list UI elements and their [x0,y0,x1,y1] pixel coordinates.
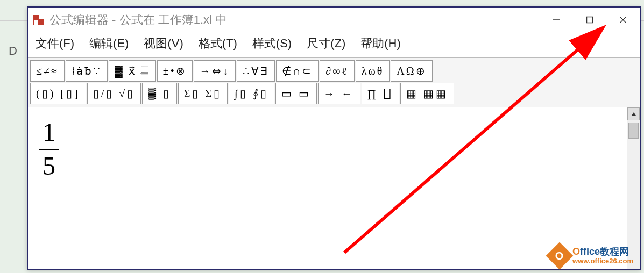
content-area: 1 5 [28,107,640,269]
app-icon [33,15,44,25]
matrix-templates[interactable]: ▦ ▦▦ [400,83,454,104]
titlebar: 公式编辑器 - 公式在 工作簿1.xl 中 [28,8,640,32]
window-title: 公式编辑器 - 公式在 工作簿1.xl 中 [49,12,227,28]
menu-edit[interactable]: 编辑(E) [89,35,129,52]
greek-uppercase[interactable]: ΛΩ⊕ [391,60,432,82]
menu-style[interactable]: 样式(S) [252,35,292,52]
arrow-templates[interactable]: → ← [318,83,360,104]
fraction-bar [39,149,59,150]
svg-marker-4 [632,112,636,116]
column-header-d: D [9,44,17,58]
maximize-icon [586,16,593,24]
watermark-url: www.office26.com [572,257,633,265]
embellishments[interactable]: ▓ x⃗ ▒ [109,60,156,82]
close-icon [619,16,627,24]
fence-templates[interactable]: (▯) [▯] [30,83,86,104]
chevron-up-icon [631,111,636,117]
operator-symbols[interactable]: ±•⊗ [157,60,193,82]
misc-symbols[interactable]: ∂∞ℓ [320,60,355,82]
equation-editor-window: 公式编辑器 - 公式在 工作簿1.xl 中 文件(F) 编辑(E) 视图(V) … [27,6,641,270]
scroll-thumb[interactable] [628,123,639,139]
svg-rect-1 [587,17,593,23]
menu-help[interactable]: 帮助(H) [360,35,401,52]
relational-symbols[interactable]: ≤≠≈ [30,60,65,82]
minimize-button[interactable] [540,8,573,32]
toolbar-row-1: ≤≠≈ ⁞ȧƀ∵ ▓ x⃗ ▒ ±•⊗ →⇔↓ ∴∀∃ ∉∩⊂ ∂∞ℓ λωθ … [30,60,638,82]
minimize-icon [553,16,560,24]
window-controls [540,8,640,32]
watermark: O Office教程网 www.office26.com [550,246,633,265]
fraction-denominator[interactable]: 5 [43,152,55,181]
menu-size[interactable]: 尺寸(Z) [307,35,345,52]
menu-format[interactable]: 格式(T) [199,35,237,52]
scroll-up-button[interactable] [627,107,640,120]
watermark-logo: O [546,242,574,270]
close-button[interactable] [606,8,640,32]
watermark-title: Office教程网 [572,247,633,257]
logical-symbols[interactable]: ∴∀∃ [237,60,275,82]
menu-view[interactable]: 视图(V) [144,35,183,52]
integral-templates[interactable]: ∫▯ ∮▯ [229,83,274,104]
menu-file[interactable]: 文件(F) [36,35,74,52]
toolbar-row-2: (▯) [▯] ▯/▯ √▯ ▓ ▯ Σ▯ Σ▯ ∫▯ ∮▯ ▭ ▭ → ← ∏… [30,83,638,104]
arrow-symbols[interactable]: →⇔↓ [194,60,236,82]
fraction-radical-templates[interactable]: ▯/▯ √▯ [87,83,141,104]
menubar: 文件(F) 编辑(E) 视图(V) 格式(T) 样式(S) 尺寸(Z) 帮助(H… [28,32,640,57]
equation-canvas[interactable]: 1 5 [28,107,627,269]
product-templates[interactable]: ∏ ∐ [362,83,399,104]
spaces-ellipses[interactable]: ⁞ȧƀ∵ [66,60,108,82]
vertical-scrollbar[interactable] [627,107,640,269]
set-theory-symbols[interactable]: ∉∩⊂ [276,60,319,82]
toolbar: ≤≠≈ ⁞ȧƀ∵ ▓ x⃗ ▒ ±•⊗ →⇔↓ ∴∀∃ ∉∩⊂ ∂∞ℓ λωθ … [28,57,640,107]
greek-lowercase[interactable]: λωθ [356,60,390,82]
bar-templates[interactable]: ▭ ▭ [275,83,317,104]
maximize-button[interactable] [573,8,606,32]
fraction[interactable]: 1 5 [39,118,59,181]
fraction-numerator[interactable]: 1 [43,118,55,147]
subscript-superscript-templates[interactable]: ▓ ▯ [142,83,177,104]
summation-templates[interactable]: Σ▯ Σ▯ [178,83,228,104]
